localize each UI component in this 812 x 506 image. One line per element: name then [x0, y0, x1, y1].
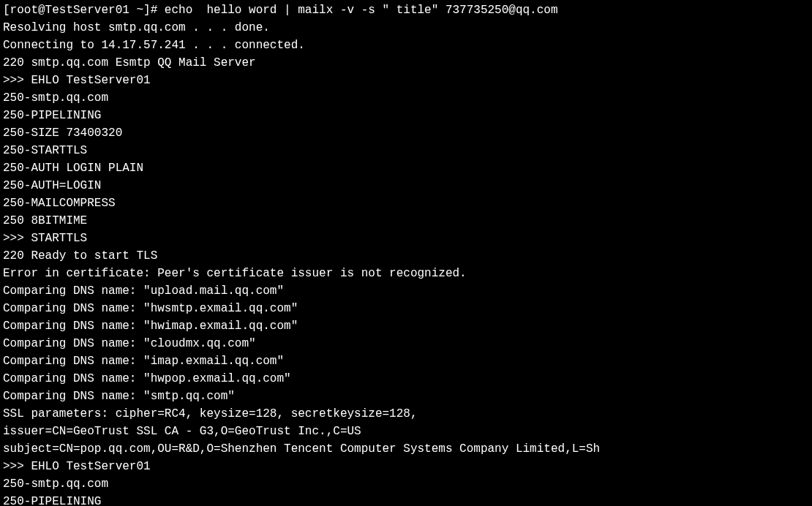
terminal-line: Comparing DNS name: "upload.mail.qq.com": [3, 282, 809, 300]
terminal-line: >>> STARTTLS: [3, 230, 809, 247]
terminal-line: subject=CN=pop.qq.com,OU=R&D,O=Shenzhen …: [3, 440, 809, 458]
terminal-line: Comparing DNS name: "smtp.qq.com": [3, 388, 809, 405]
terminal-line: 250-STARTTLS: [3, 142, 809, 159]
terminal-line: 220 smtp.qq.com Esmtp QQ Mail Server: [3, 54, 809, 72]
terminal-line: >>> EHLO TestServer01: [3, 72, 809, 89]
terminal-line: Error in certificate: Peer's certificate…: [3, 265, 809, 282]
terminal-line: Comparing DNS name: "hwsmtp.exmail.qq.co…: [3, 300, 809, 317]
terminal-line: 250-AUTH=LOGIN: [3, 177, 809, 195]
terminal-line: Comparing DNS name: "imap.exmail.qq.com": [3, 352, 809, 370]
terminal-line: Comparing DNS name: "hwpop.exmail.qq.com…: [3, 370, 809, 388]
terminal-line: SSL parameters: cipher=RC4, keysize=128,…: [3, 405, 809, 423]
terminal-line: Comparing DNS name: "cloudmx.qq.com": [3, 335, 809, 352]
terminal-line: Resolving host smtp.qq.com . . . done.: [3, 19, 809, 37]
terminal-line: 250-MAILCOMPRESS: [3, 195, 809, 212]
terminal-output[interactable]: [root@TestServer01 ~]# echo hello word |…: [3, 1, 809, 506]
terminal-line: 250-PIPELINING: [3, 493, 809, 506]
terminal-line-prompt: [root@TestServer01 ~]# echo hello word |…: [3, 1, 809, 19]
terminal-line: issuer=CN=GeoTrust SSL CA - G3,O=GeoTrus…: [3, 423, 809, 440]
terminal-line: 250-SIZE 73400320: [3, 124, 809, 142]
terminal-line: Connecting to 14.17.57.241 . . . connect…: [3, 37, 809, 54]
terminal-line: >>> EHLO TestServer01: [3, 458, 809, 475]
terminal-line: 220 Ready to start TLS: [3, 247, 809, 265]
terminal-line: 250-smtp.qq.com: [3, 89, 809, 107]
terminal-line: 250-smtp.qq.com: [3, 475, 809, 493]
terminal-line: Comparing DNS name: "hwimap.exmail.qq.co…: [3, 317, 809, 335]
terminal-line: 250-PIPELINING: [3, 107, 809, 124]
terminal-line: 250-AUTH LOGIN PLAIN: [3, 159, 809, 177]
terminal-line: 250 8BITMIME: [3, 212, 809, 230]
